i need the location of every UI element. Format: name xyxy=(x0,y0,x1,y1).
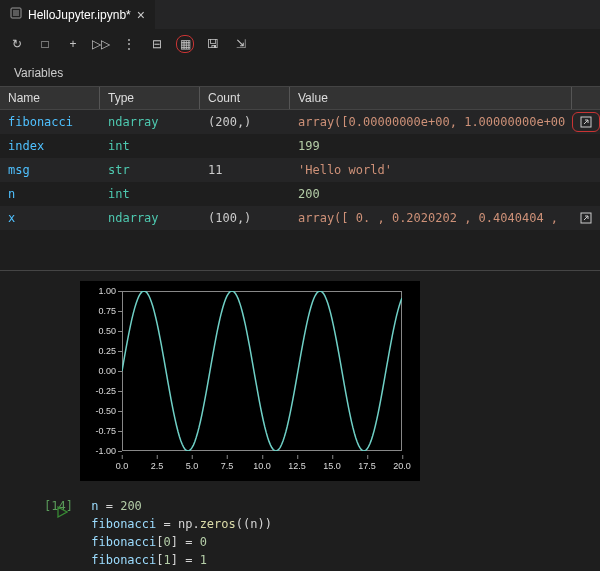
ytick: 1.00 xyxy=(86,286,116,296)
var-name: fibonacci xyxy=(0,112,100,132)
run-all-icon[interactable]: ▷▷ xyxy=(92,35,110,53)
notebook-icon xyxy=(10,7,22,22)
xtick: 15.0 xyxy=(323,461,341,471)
code-cell[interactable]: [14] n = 200fibonacci = np.zeros((n))fib… xyxy=(0,487,600,571)
export-icon[interactable]: ⇲ xyxy=(232,35,250,53)
expand-icon xyxy=(572,184,600,204)
var-type: int xyxy=(100,184,200,204)
panel-divider[interactable] xyxy=(0,270,600,271)
ytick: -0.25 xyxy=(86,386,116,396)
xtick: 7.5 xyxy=(221,461,234,471)
sep: ⋮ xyxy=(120,35,138,53)
ytick: -1.00 xyxy=(86,446,116,456)
ytick: 0.50 xyxy=(86,326,116,336)
var-name: x xyxy=(0,208,100,228)
var-count xyxy=(200,184,290,204)
var-count: 11 xyxy=(200,160,290,180)
ytick: -0.75 xyxy=(86,426,116,436)
var-value: 200 xyxy=(290,184,572,204)
svg-marker-6 xyxy=(58,507,67,517)
variables-col-value[interactable]: Value xyxy=(290,87,572,109)
variables-col-type[interactable]: Type xyxy=(100,87,200,109)
expand-icon xyxy=(572,136,600,156)
xtick: 10.0 xyxy=(253,461,271,471)
var-value: array([ 0. , 0.2020202 , 0.4040404 , xyxy=(290,208,572,228)
var-count xyxy=(200,136,290,156)
var-type: str xyxy=(100,160,200,180)
ytick: 0.25 xyxy=(86,346,116,356)
var-name: msg xyxy=(0,160,100,180)
var-count: (200,) xyxy=(200,112,290,132)
expand-icon[interactable] xyxy=(572,112,600,132)
data-grid-icon[interactable]: ▦ xyxy=(176,35,194,53)
restart-icon[interactable]: ↻ xyxy=(8,35,26,53)
variables-title: Variables xyxy=(0,58,600,86)
ytick: 0.75 xyxy=(86,306,116,316)
var-type: ndarray xyxy=(100,208,200,228)
xtick: 20.0 xyxy=(393,461,411,471)
notebook-toolbar: ↻□+▷▷⋮⊟▦🖫⇲ xyxy=(0,30,600,58)
tab-title: HelloJupyter.ipynb* xyxy=(28,8,131,22)
variable-row[interactable]: xndarray(100,)array([ 0. , 0.2020202 , 0… xyxy=(0,206,600,230)
variables-col-name[interactable]: Name xyxy=(0,87,100,109)
ytick: -0.50 xyxy=(86,406,116,416)
sine-plot: -1.00-0.75-0.50-0.250.000.250.500.751.00… xyxy=(80,281,420,481)
ytick: 0.00 xyxy=(86,366,116,376)
xtick: 2.5 xyxy=(151,461,164,471)
tab-hello-jupyter[interactable]: HelloJupyter.ipynb* × xyxy=(0,0,155,29)
code-line: fibonacci[1] = 1 xyxy=(91,551,539,569)
variable-row[interactable]: nint200 xyxy=(0,182,600,206)
xtick: 5.0 xyxy=(186,461,199,471)
stop-icon[interactable]: □ xyxy=(36,35,54,53)
tab-bar: HelloJupyter.ipynb* × xyxy=(0,0,600,30)
variable-row[interactable]: fibonaccindarray(200,)array([0.00000000e… xyxy=(0,110,600,134)
var-count: (100,) xyxy=(200,208,290,228)
save-icon[interactable]: 🖫 xyxy=(204,35,222,53)
var-value: array([0.00000000e+00, 1.00000000e+00 xyxy=(290,112,572,132)
run-cell-icon[interactable] xyxy=(56,505,68,523)
var-type: ndarray xyxy=(100,112,200,132)
code-line: fibonacci = np.zeros((n)) xyxy=(91,515,539,533)
code-line: n = 200 xyxy=(91,497,539,515)
plot-output: -1.00-0.75-0.50-0.250.000.250.500.751.00… xyxy=(0,275,600,487)
var-type: int xyxy=(100,136,200,156)
variable-row[interactable]: msgstr11'Hello world' xyxy=(0,158,600,182)
variables-header: NameTypeCountValue xyxy=(0,86,600,110)
xtick: 17.5 xyxy=(358,461,376,471)
variables-body: fibonaccindarray(200,)array([0.00000000e… xyxy=(0,110,600,230)
close-icon[interactable]: × xyxy=(137,7,145,23)
var-name: index xyxy=(0,136,100,156)
code-line: fibonacci[0] = 0 xyxy=(91,533,539,551)
variables-col-count[interactable]: Count xyxy=(200,87,290,109)
var-icon[interactable]: ⊟ xyxy=(148,35,166,53)
var-name: n xyxy=(0,184,100,204)
add-icon[interactable]: + xyxy=(64,35,82,53)
code-content[interactable]: n = 200fibonacci = np.zeros((n))fibonacc… xyxy=(91,497,539,571)
xtick: 0.0 xyxy=(116,461,129,471)
var-value: 199 xyxy=(290,136,572,156)
variable-row[interactable]: indexint199 xyxy=(0,134,600,158)
xtick: 12.5 xyxy=(288,461,306,471)
expand-icon xyxy=(572,160,600,180)
expand-icon[interactable] xyxy=(572,208,600,228)
var-value: 'Hello world' xyxy=(290,160,572,180)
